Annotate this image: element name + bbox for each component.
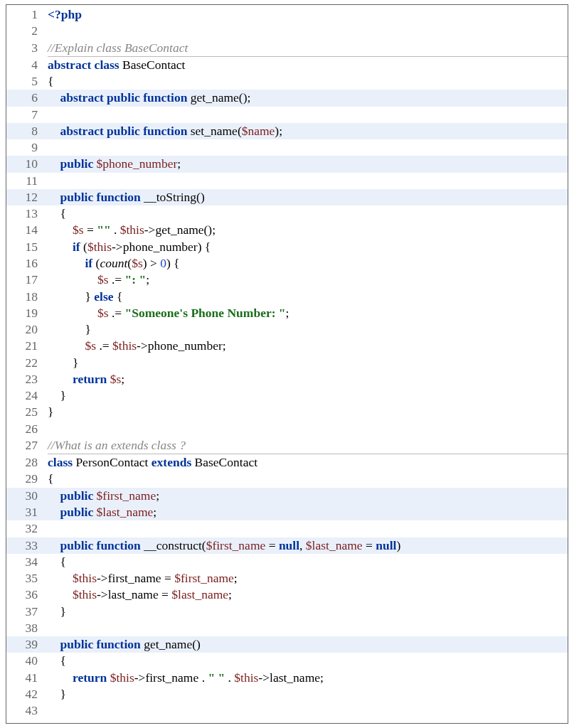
- line-number: 22: [6, 355, 48, 371]
- code-token: ->: [97, 571, 108, 585]
- code-token: .=: [109, 306, 125, 320]
- code-line: 21 $s .= $this->phone_number;: [6, 338, 568, 354]
- code-line: 22 }: [6, 355, 568, 371]
- code-content: [48, 520, 568, 537]
- code-token: public function: [60, 190, 144, 204]
- code-line: 2: [6, 23, 568, 39]
- code-content: [48, 139, 568, 156]
- code-content: [48, 421, 568, 437]
- code-line: 35 $this->first_name = $first_name;: [6, 570, 568, 587]
- code-token: =: [159, 587, 172, 601]
- code-token: PersonContact: [75, 455, 148, 469]
- line-number: 8: [6, 123, 48, 139]
- code-line: 36 $this->last_name = $last_name;: [6, 587, 568, 603]
- code-token: $this: [110, 670, 134, 685]
- code-content: [48, 702, 568, 719]
- code-line: 12 public function __toString(): [6, 189, 568, 205]
- code-token: last_name: [270, 670, 320, 685]
- code-content: //What is an extends class ?: [48, 437, 568, 454]
- code-line: 28class PersonContact extends BaseContac…: [6, 454, 568, 471]
- code-token: }: [73, 355, 78, 370]
- code-line: 11: [6, 173, 568, 189]
- line-number: 26: [6, 421, 48, 437]
- line-number: 33: [6, 537, 48, 554]
- code-token: ,: [299, 538, 306, 552]
- code-block: 1<?php2 3//Explain class BaseContact4abs…: [6, 4, 568, 724]
- code-token: }: [85, 289, 95, 304]
- code-token: //Explain class BaseContact: [48, 41, 188, 55]
- code-line: 43: [6, 702, 568, 719]
- code-content: public $first_name;: [48, 488, 568, 504]
- code-token: null: [376, 538, 396, 552]
- code-content: {: [48, 554, 568, 570]
- code-token: $this: [120, 223, 144, 237]
- code-content: {: [48, 205, 568, 222]
- line-number: 28: [6, 454, 48, 471]
- line-number: 39: [6, 636, 48, 653]
- code-line: 5{: [6, 73, 568, 90]
- code-token: $s: [110, 372, 122, 386]
- code-token: ->: [144, 223, 156, 237]
- code-content: $s .= $this->phone_number;: [48, 338, 568, 354]
- code-line: 42 }: [6, 686, 568, 702]
- line-number: 6: [6, 90, 48, 106]
- code-content: [48, 23, 568, 39]
- line-number: 3: [6, 40, 48, 56]
- code-token: ) {: [166, 256, 180, 270]
- code-token: ": ": [125, 272, 147, 287]
- code-token: ;: [234, 571, 238, 585]
- code-content: [48, 173, 568, 189]
- code-token: .=: [96, 338, 112, 353]
- code-token: phone_number: [148, 338, 223, 353]
- page: 1<?php2 3//Explain class BaseContact4abs…: [0, 0, 574, 728]
- code-line: 33 public function __construct($first_na…: [6, 537, 568, 554]
- code-token: {: [60, 653, 66, 668]
- line-number: 34: [6, 554, 48, 570]
- code-token: <?php: [48, 7, 82, 21]
- code-token: .: [198, 670, 208, 685]
- line-number: 15: [6, 239, 48, 255]
- line-number: 36: [6, 587, 48, 603]
- code-token: ->: [112, 240, 123, 254]
- code-content: if ($this->phone_number) {: [48, 239, 568, 255]
- code-content: return $s;: [48, 371, 568, 387]
- code-token: );: [275, 124, 282, 138]
- code-line: 19 $s .= "Someone's Phone Number: ";: [6, 305, 568, 321]
- code-content: public function __construct($first_name …: [48, 537, 568, 554]
- line-number: 20: [6, 321, 48, 338]
- line-number: 5: [6, 73, 48, 90]
- code-line: 18 } else {: [6, 289, 568, 305]
- code-token: __toString: [144, 190, 196, 204]
- code-token: abstract public function: [60, 90, 191, 105]
- code-token: " ": [208, 670, 225, 685]
- line-number: 24: [6, 387, 48, 404]
- code-token: phone_number: [123, 240, 198, 254]
- code-token: ;: [228, 587, 232, 601]
- code-token: get_name: [156, 223, 204, 237]
- line-number: 42: [6, 686, 48, 702]
- code-content: abstract public function get_name();: [48, 90, 568, 106]
- line-number: 29: [6, 471, 48, 487]
- code-token: if: [73, 240, 83, 254]
- code-token: =: [363, 538, 376, 552]
- code-token: return: [73, 372, 110, 386]
- code-token: $this: [73, 587, 97, 601]
- code-token: 0: [160, 256, 166, 270]
- code-content: }: [48, 355, 568, 371]
- code-token: $last_name: [97, 505, 154, 519]
- code-token: BaseContact: [195, 455, 257, 469]
- code-token: return: [73, 670, 110, 685]
- line-number: 1: [6, 6, 48, 23]
- code-token: ->: [137, 338, 148, 353]
- code-token: count: [100, 256, 127, 270]
- line-number: 16: [6, 255, 48, 272]
- code-token: abstract public function: [60, 124, 191, 138]
- code-token: "": [97, 223, 110, 237]
- code-token: $first_name: [206, 538, 266, 552]
- line-number: 27: [6, 437, 48, 454]
- code-content: abstract class BaseContact: [48, 57, 568, 73]
- code-content: }: [48, 321, 568, 338]
- code-content: }: [48, 686, 568, 702]
- code-content: $s = "" . $this->get_name();: [48, 222, 568, 238]
- code-token: {: [48, 471, 53, 486]
